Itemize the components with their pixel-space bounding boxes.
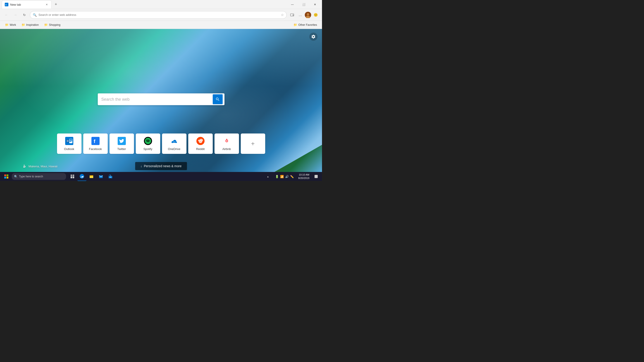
maximize-button[interactable]: ⬜: [298, 1, 309, 8]
svg-point-5: [307, 13, 309, 16]
taskbar-edge[interactable]: [78, 172, 86, 181]
svg-rect-37: [6, 177, 8, 178]
bookmark-inspiration-label: Inspiration: [26, 23, 39, 26]
facebook-icon: f: [92, 137, 100, 145]
svg-rect-38: [70, 175, 72, 176]
quick-link-spotify[interactable]: Spotify: [136, 134, 160, 154]
airbnb-icon: [223, 137, 231, 145]
forward-button[interactable]: →: [12, 11, 19, 18]
quick-link-reddit-label: Reddit: [196, 147, 205, 151]
refresh-button[interactable]: ↻: [21, 11, 28, 18]
svg-rect-35: [6, 174, 8, 176]
main-content: O Outlook f Facebook Twitter: [0, 29, 322, 172]
quick-link-facebook[interactable]: f Facebook: [83, 134, 108, 154]
search-button[interactable]: [213, 94, 223, 104]
folder-icon: 📁: [22, 23, 25, 26]
taskbar-system-tray-expand[interactable]: ▲: [264, 172, 272, 181]
quick-link-add[interactable]: +: [241, 134, 265, 154]
svg-rect-10: [70, 140, 72, 140]
taskbar-time: 10:10 AM: [299, 173, 309, 176]
search-input[interactable]: [101, 97, 210, 102]
more-button[interactable]: …: [297, 11, 304, 18]
bookmarks-right: 📁 Other Favorites: [291, 22, 319, 28]
store-icon: [108, 174, 113, 179]
taskbar-clock[interactable]: 10:10 AM 8/20/2019: [296, 173, 311, 180]
onedrive-icon: [170, 137, 178, 145]
bookmark-inspiration[interactable]: 📁 Inspiration: [19, 22, 41, 28]
volume-icon: 🔊: [285, 175, 289, 178]
taskbar-notification[interactable]: [312, 172, 320, 180]
quick-link-outlook[interactable]: O Outlook: [57, 134, 82, 154]
svg-rect-12: [70, 142, 71, 142]
new-tab-button[interactable]: +: [52, 1, 59, 8]
notification-icon: [314, 175, 318, 178]
taskbar-file-explorer[interactable]: [87, 172, 96, 181]
bookmark-work[interactable]: 📁 Work: [3, 22, 18, 28]
folder-icon: 📁: [44, 23, 48, 26]
svg-rect-44: [99, 175, 103, 178]
file-explorer-icon: [89, 174, 94, 179]
favorites-star-icon[interactable]: ☆: [281, 13, 284, 17]
svg-text:O: O: [67, 140, 68, 142]
folder-icon: 📁: [5, 23, 8, 26]
quick-link-outlook-label: Outlook: [64, 147, 74, 151]
taskbar-store[interactable]: [106, 172, 115, 181]
settings-button[interactable]: [309, 32, 318, 41]
quick-link-airbnb-label: Airbnb: [222, 147, 231, 151]
svg-rect-39: [73, 175, 74, 176]
location-label: Makena, Maui, Hawaii: [28, 165, 58, 168]
quick-link-reddit[interactable]: Reddit: [188, 134, 213, 154]
profile-avatar[interactable]: [305, 12, 311, 18]
task-view-icon: [70, 174, 74, 178]
window-controls: — ⬜ ✕: [287, 1, 320, 8]
quick-link-onedrive[interactable]: OneDrive: [162, 134, 186, 154]
address-actions: … 🙂: [288, 11, 319, 18]
outlook-icon: O: [65, 137, 73, 145]
taskbar-date: 8/20/2019: [298, 176, 309, 180]
twitter-icon: [118, 137, 126, 145]
quick-link-airbnb[interactable]: Airbnb: [214, 134, 239, 154]
battery-icon: 🔋: [275, 175, 279, 178]
quick-link-facebook-label: Facebook: [89, 147, 102, 151]
bookmark-work-label: Work: [10, 23, 16, 26]
taskbar-search[interactable]: 🔍 Type here to search: [12, 173, 66, 180]
news-more-button[interactable]: ↓ Personalized news & more: [135, 162, 187, 170]
back-button[interactable]: ←: [3, 11, 10, 18]
svg-point-26: [199, 140, 200, 141]
folder-icon: 📁: [294, 23, 297, 26]
start-button[interactable]: [2, 172, 11, 181]
svg-text:f: f: [94, 138, 96, 144]
active-tab[interactable]: e New tab ✕: [2, 0, 52, 8]
svg-rect-45: [108, 176, 112, 178]
taskbar-task-view[interactable]: [68, 172, 77, 181]
svg-rect-23: [172, 142, 176, 143]
title-bar: e New tab ✕ + — ⬜ ✕: [0, 0, 322, 9]
address-input[interactable]: [38, 13, 279, 16]
bookmarks-bar: 📁 Work 📁 Inspiration 📁 Shopping 📁 Other …: [0, 21, 322, 29]
svg-point-46: [110, 177, 110, 178]
bookmark-other-favorites[interactable]: 📁 Other Favorites: [291, 22, 319, 28]
bookmark-shopping[interactable]: 📁 Shopping: [42, 22, 63, 28]
mail-icon: [99, 174, 103, 179]
minimize-button[interactable]: —: [287, 1, 298, 8]
taskbar-mail[interactable]: [96, 172, 106, 181]
svg-text:b̈: b̈: [23, 164, 26, 168]
quick-link-twitter[interactable]: Twitter: [110, 134, 134, 154]
svg-rect-36: [4, 177, 6, 178]
taskbar-system-icons: 🔋 📶 🔊 ✏️: [273, 175, 296, 178]
bing-credit: b̈ Makena, Maui, Hawaii: [23, 164, 58, 168]
close-button[interactable]: ✕: [310, 1, 320, 8]
address-bar: ← → ↻ 🔍 ☆ … 🙂: [0, 9, 322, 21]
wallet-button[interactable]: [288, 11, 296, 18]
quick-link-twitter-label: Twitter: [117, 147, 126, 151]
tab-label: New tab: [10, 3, 21, 6]
svg-rect-3: [292, 15, 294, 16]
search-container: [98, 94, 224, 105]
tab-close-button[interactable]: ✕: [44, 2, 49, 6]
svg-point-30: [198, 140, 199, 141]
taskbar-search-icon: 🔍: [14, 175, 18, 178]
emoji-button[interactable]: 🙂: [312, 11, 319, 18]
address-input-wrap[interactable]: 🔍 ☆: [30, 11, 287, 19]
add-icon: +: [249, 140, 257, 148]
windows-icon: [4, 174, 8, 178]
